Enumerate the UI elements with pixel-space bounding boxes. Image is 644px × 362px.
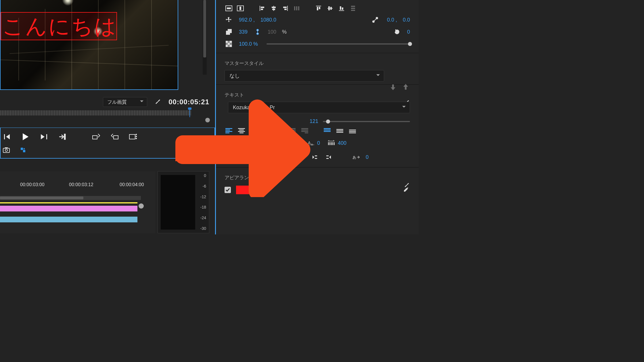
link-icon[interactable] xyxy=(253,28,262,36)
timeline-track-marker[interactable] xyxy=(0,202,137,203)
fill-row: 塗り xyxy=(216,183,419,197)
timeline-title-clip[interactable] xyxy=(0,217,137,222)
timecode-display[interactable]: 00:00:05:21 xyxy=(168,98,209,106)
fill-enable-checkbox[interactable] xyxy=(225,187,231,193)
indent-left-icon[interactable] xyxy=(310,153,319,161)
anchor-y-value[interactable]: 0.0 xyxy=(403,17,410,23)
essential-graphics-panel: 992.0 , 1080.0 0.0 , 0.0 339 100 % 0 100… xyxy=(215,0,419,234)
title-text-overlay[interactable]: こんにちは xyxy=(1,12,117,40)
text-align-left-icon[interactable] xyxy=(225,127,233,134)
italic-button[interactable]: T xyxy=(234,153,238,161)
align-right-icon[interactable] xyxy=(281,4,290,13)
timeline-panel[interactable]: 00:00:03:00 00:00:03:12 00:00:04:00 xyxy=(0,171,155,233)
justify-last-right-icon[interactable] xyxy=(300,127,309,134)
anchor-x-value[interactable]: 0.0 , xyxy=(387,17,397,23)
align-bottom-icon[interactable] xyxy=(337,4,346,13)
timeline-ruler[interactable]: 00:00:03:00 00:00:03:12 00:00:04:00 xyxy=(0,182,155,191)
subscript-button[interactable]: TT xyxy=(277,153,282,161)
vertical-align-bottom-icon[interactable] xyxy=(348,127,357,134)
superscript-button[interactable]: TT xyxy=(266,153,271,161)
indent-right-icon[interactable] xyxy=(324,153,333,161)
svg-rect-10 xyxy=(227,7,231,9)
bold-button[interactable]: T xyxy=(225,153,229,161)
align-vcenter-icon[interactable] xyxy=(326,4,334,13)
tsume-value[interactable]: 400 xyxy=(338,140,346,146)
leading-icon: AA xyxy=(287,139,294,147)
play-button[interactable] xyxy=(21,132,30,141)
comparison-view-button[interactable] xyxy=(20,147,26,154)
baseline-value[interactable]: 0 xyxy=(317,140,320,146)
leading-value[interactable]: 0 xyxy=(297,140,300,146)
master-style-dropdown[interactable]: なし xyxy=(225,70,384,82)
align-left-icon[interactable] xyxy=(258,4,267,13)
eyedropper-icon[interactable] xyxy=(401,186,410,194)
svg-text:VA: VA xyxy=(225,140,229,145)
font-size-slider[interactable] xyxy=(323,121,410,122)
zoom-knob[interactable] xyxy=(205,118,210,122)
playhead-icon[interactable] xyxy=(189,109,190,117)
rotation-icon xyxy=(393,28,401,36)
timeline-video-clip[interactable] xyxy=(0,206,137,211)
svg-rect-18 xyxy=(272,9,275,10)
svg-rect-88 xyxy=(331,142,332,145)
scale-value[interactable]: 339 xyxy=(239,29,248,35)
svg-rect-47 xyxy=(225,128,232,129)
ruler-track[interactable] xyxy=(0,110,191,115)
vertical-align-middle-icon[interactable] xyxy=(336,127,344,134)
slider-thumb[interactable] xyxy=(326,120,330,124)
font-family-dropdown[interactable]: Kozuka Mincho Pr xyxy=(228,102,410,113)
svg-rect-49 xyxy=(225,131,232,132)
playback-resolution-dropdown[interactable]: フル画質 xyxy=(103,97,147,107)
fill-label: 塗り xyxy=(256,186,267,193)
position-x-value[interactable]: 992.0 , xyxy=(239,17,255,23)
rotation-value[interactable]: 0 xyxy=(407,29,410,35)
go-to-out-button[interactable] xyxy=(58,132,67,141)
position-y-value[interactable]: 1080.0 xyxy=(260,17,276,23)
program-monitor[interactable]: こんにちは xyxy=(0,0,178,90)
timeline-zoom-knob[interactable] xyxy=(139,203,144,209)
svg-rect-24 xyxy=(298,6,299,10)
scrollbar-thumb[interactable] xyxy=(203,0,206,57)
settings-wrench-icon[interactable] xyxy=(154,98,162,106)
snapshot-button[interactable] xyxy=(3,147,10,154)
svg-rect-4 xyxy=(136,136,137,137)
export-frame-button[interactable] xyxy=(129,132,137,141)
text-align-center-icon[interactable] xyxy=(237,127,246,134)
smallcaps-button[interactable]: Tᴛ xyxy=(254,154,260,160)
step-forward-button[interactable] xyxy=(40,132,48,141)
monitor-vertical-scrollbar[interactable] xyxy=(203,0,207,75)
align-vertical-center-canvas-icon[interactable] xyxy=(236,4,245,13)
svg-rect-65 xyxy=(289,131,296,132)
overwrite-button[interactable] xyxy=(110,132,119,141)
allcaps-button[interactable]: TT xyxy=(243,154,249,160)
svg-rect-87 xyxy=(329,142,330,145)
svg-rect-2 xyxy=(129,134,135,139)
justify-last-center-icon[interactable] xyxy=(288,127,296,134)
kerning-value[interactable]: 0 xyxy=(366,154,369,160)
monitor-time-ruler[interactable] xyxy=(0,109,210,120)
svg-rect-77 xyxy=(349,130,356,130)
text-align-right-icon[interactable] xyxy=(250,127,258,134)
timeline-zoom-scrollbar[interactable] xyxy=(0,196,141,200)
align-hcenter-icon[interactable] xyxy=(269,4,278,13)
step-back-button[interactable] xyxy=(3,132,12,141)
slider-thumb[interactable] xyxy=(408,42,412,46)
fill-color-swatch[interactable] xyxy=(236,186,251,194)
svg-rect-60 xyxy=(276,130,283,130)
svg-rect-15 xyxy=(261,9,263,10)
tracking-value[interactable]: 0 xyxy=(235,140,238,146)
opacity-value[interactable]: 100.0 % xyxy=(239,41,258,47)
distribute-horizontal-icon[interactable] xyxy=(292,4,301,13)
align-top-icon[interactable] xyxy=(314,4,323,13)
opacity-slider[interactable] xyxy=(267,43,410,45)
distribute-vertical-icon[interactable] xyxy=(349,4,357,13)
insert-button[interactable] xyxy=(92,132,101,141)
font-size-value[interactable]: 121 xyxy=(310,118,318,124)
underline-button[interactable]: T xyxy=(288,153,292,161)
justify-last-left-icon[interactable] xyxy=(275,127,284,134)
vertical-align-top-icon[interactable] xyxy=(323,127,331,134)
align-horizontal-center-canvas-icon[interactable] xyxy=(225,4,233,13)
scrollbar-thumb[interactable] xyxy=(0,197,83,199)
svg-rect-62 xyxy=(276,132,279,133)
svg-rect-23 xyxy=(296,6,297,10)
